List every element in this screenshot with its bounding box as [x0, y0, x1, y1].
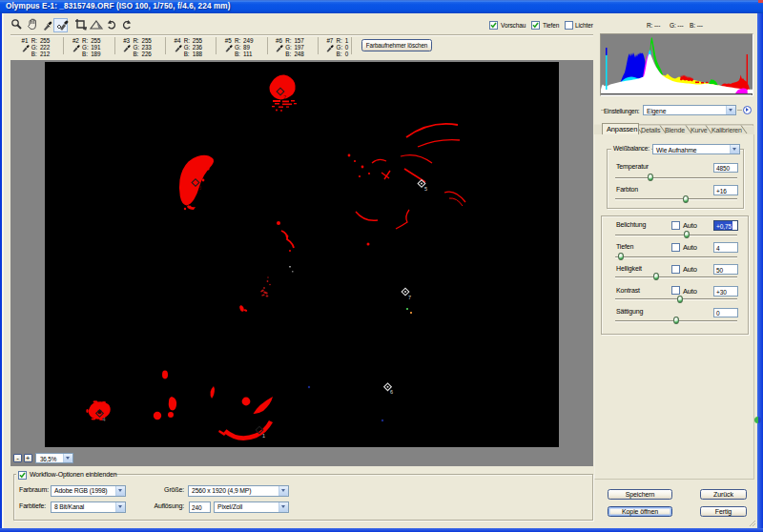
svg-text:4: 4	[103, 417, 106, 422]
svg-text:7: 7	[408, 295, 411, 300]
svg-text:3: 3	[198, 185, 201, 191]
svg-text:6: 6	[390, 389, 393, 395]
svg-text:Kurve: Kurve	[691, 127, 708, 133]
svg-text:Blende: Blende	[665, 127, 685, 133]
svg-text:Details: Details	[641, 127, 661, 133]
svg-text:5: 5	[424, 186, 427, 192]
svg-text:Kalibrieren: Kalibrieren	[711, 127, 742, 133]
svg-text:1: 1	[262, 433, 265, 439]
svg-text:2: 2	[283, 94, 286, 100]
